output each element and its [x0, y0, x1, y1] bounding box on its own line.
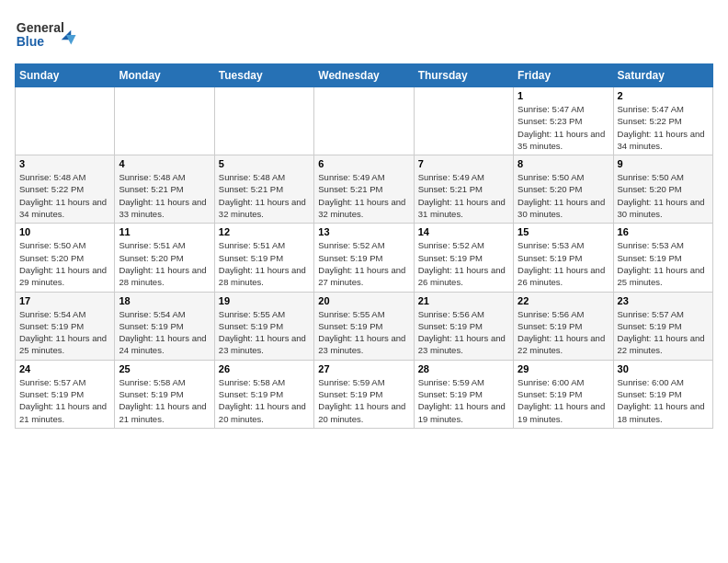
day-number: 23 [618, 295, 709, 306]
day-number: 10 [19, 226, 110, 237]
calendar-cell [16, 87, 115, 155]
calendar-cell: 10Sunrise: 5:50 AM Sunset: 5:20 PM Dayli… [16, 224, 115, 292]
calendar-header-row: SundayMondayTuesdayWednesdayThursdayFrid… [16, 64, 713, 87]
day-info: Sunrise: 5:53 AM Sunset: 5:19 PM Dayligh… [618, 239, 709, 288]
calendar-cell: 3Sunrise: 5:48 AM Sunset: 5:22 PM Daylig… [16, 155, 115, 224]
calendar-cell: 19Sunrise: 5:55 AM Sunset: 5:19 PM Dayli… [214, 292, 313, 360]
day-number: 30 [618, 363, 709, 374]
calendar-cell: 22Sunrise: 5:56 AM Sunset: 5:19 PM Dayli… [514, 292, 613, 360]
day-info: Sunrise: 5:59 AM Sunset: 5:19 PM Dayligh… [318, 376, 409, 425]
day-number: 20 [318, 295, 409, 306]
calendar-cell: 12Sunrise: 5:51 AM Sunset: 5:19 PM Dayli… [214, 224, 313, 292]
day-info: Sunrise: 5:51 AM Sunset: 5:19 PM Dayligh… [219, 239, 310, 288]
day-number: 12 [219, 226, 310, 237]
day-number: 2 [618, 90, 709, 101]
calendar-week-row: 17Sunrise: 5:54 AM Sunset: 5:19 PM Dayli… [16, 292, 713, 360]
day-info: Sunrise: 5:50 AM Sunset: 5:20 PM Dayligh… [618, 171, 709, 220]
day-info: Sunrise: 5:53 AM Sunset: 5:19 PM Dayligh… [518, 239, 609, 288]
day-info: Sunrise: 5:50 AM Sunset: 5:20 PM Dayligh… [19, 239, 110, 288]
calendar-cell: 27Sunrise: 5:59 AM Sunset: 5:19 PM Dayli… [314, 360, 414, 428]
day-number: 16 [618, 226, 709, 237]
calendar-cell [115, 87, 214, 155]
day-number: 27 [318, 363, 409, 374]
day-info: Sunrise: 5:56 AM Sunset: 5:19 PM Dayligh… [418, 308, 509, 357]
calendar-cell: 15Sunrise: 5:53 AM Sunset: 5:19 PM Dayli… [514, 224, 613, 292]
calendar-week-row: 1Sunrise: 5:47 AM Sunset: 5:23 PM Daylig… [16, 87, 713, 155]
logo: GeneralBlue [15, 15, 83, 56]
calendar-cell: 21Sunrise: 5:56 AM Sunset: 5:19 PM Dayli… [414, 292, 513, 360]
day-of-week-header: Saturday [613, 64, 712, 87]
day-info: Sunrise: 5:54 AM Sunset: 5:19 PM Dayligh… [119, 308, 210, 357]
day-number: 26 [219, 363, 310, 374]
day-info: Sunrise: 5:48 AM Sunset: 5:22 PM Dayligh… [19, 171, 110, 220]
day-number: 21 [418, 295, 509, 306]
day-info: Sunrise: 5:50 AM Sunset: 5:20 PM Dayligh… [518, 171, 609, 220]
day-number: 4 [119, 158, 210, 169]
day-number: 25 [119, 363, 210, 374]
day-info: Sunrise: 5:59 AM Sunset: 5:19 PM Dayligh… [418, 376, 509, 425]
day-number: 28 [418, 363, 509, 374]
day-info: Sunrise: 5:56 AM Sunset: 5:19 PM Dayligh… [518, 308, 609, 357]
calendar-cell: 2Sunrise: 5:47 AM Sunset: 5:22 PM Daylig… [613, 87, 712, 155]
day-of-week-header: Wednesday [314, 64, 414, 87]
day-info: Sunrise: 5:54 AM Sunset: 5:19 PM Dayligh… [19, 308, 110, 357]
svg-text:General: General [17, 20, 64, 35]
day-info: Sunrise: 5:47 AM Sunset: 5:22 PM Dayligh… [618, 103, 709, 152]
day-number: 3 [19, 158, 110, 169]
calendar-week-row: 10Sunrise: 5:50 AM Sunset: 5:20 PM Dayli… [16, 224, 713, 292]
calendar-cell: 8Sunrise: 5:50 AM Sunset: 5:20 PM Daylig… [514, 155, 613, 224]
logo-icon: GeneralBlue [15, 15, 79, 56]
day-info: Sunrise: 5:49 AM Sunset: 5:21 PM Dayligh… [318, 171, 409, 220]
calendar-cell: 26Sunrise: 5:58 AM Sunset: 5:19 PM Dayli… [214, 360, 313, 428]
day-number: 1 [518, 90, 609, 101]
day-info: Sunrise: 5:51 AM Sunset: 5:20 PM Dayligh… [119, 239, 210, 288]
day-of-week-header: Sunday [16, 64, 115, 87]
calendar-cell: 30Sunrise: 6:00 AM Sunset: 5:19 PM Dayli… [613, 360, 712, 428]
calendar-week-row: 24Sunrise: 5:57 AM Sunset: 5:19 PM Dayli… [16, 360, 713, 428]
day-number: 7 [418, 158, 509, 169]
day-number: 24 [19, 363, 110, 374]
calendar-cell: 18Sunrise: 5:54 AM Sunset: 5:19 PM Dayli… [115, 292, 214, 360]
calendar-cell: 5Sunrise: 5:48 AM Sunset: 5:21 PM Daylig… [214, 155, 313, 224]
page-header: GeneralBlue [15, 15, 713, 56]
calendar-cell: 6Sunrise: 5:49 AM Sunset: 5:21 PM Daylig… [314, 155, 414, 224]
day-number: 11 [119, 226, 210, 237]
svg-text:Blue: Blue [17, 34, 45, 49]
day-number: 17 [19, 295, 110, 306]
day-number: 13 [318, 226, 409, 237]
day-info: Sunrise: 5:52 AM Sunset: 5:19 PM Dayligh… [418, 239, 509, 288]
day-number: 14 [418, 226, 509, 237]
day-info: Sunrise: 5:47 AM Sunset: 5:23 PM Dayligh… [518, 103, 609, 152]
calendar-cell: 28Sunrise: 5:59 AM Sunset: 5:19 PM Dayli… [414, 360, 513, 428]
calendar-cell: 20Sunrise: 5:55 AM Sunset: 5:19 PM Dayli… [314, 292, 414, 360]
day-info: Sunrise: 5:49 AM Sunset: 5:21 PM Dayligh… [418, 171, 509, 220]
day-info: Sunrise: 5:48 AM Sunset: 5:21 PM Dayligh… [119, 171, 210, 220]
calendar-cell [214, 87, 313, 155]
day-of-week-header: Thursday [414, 64, 513, 87]
day-info: Sunrise: 5:52 AM Sunset: 5:19 PM Dayligh… [318, 239, 409, 288]
calendar-cell [414, 87, 513, 155]
calendar-cell: 29Sunrise: 6:00 AM Sunset: 5:19 PM Dayli… [514, 360, 613, 428]
day-of-week-header: Friday [514, 64, 613, 87]
day-number: 9 [618, 158, 709, 169]
calendar-cell: 16Sunrise: 5:53 AM Sunset: 5:19 PM Dayli… [613, 224, 712, 292]
day-number: 18 [119, 295, 210, 306]
calendar-cell: 11Sunrise: 5:51 AM Sunset: 5:20 PM Dayli… [115, 224, 214, 292]
day-of-week-header: Monday [115, 64, 214, 87]
day-number: 29 [518, 363, 609, 374]
calendar-cell: 7Sunrise: 5:49 AM Sunset: 5:21 PM Daylig… [414, 155, 513, 224]
calendar-table: SundayMondayTuesdayWednesdayThursdayFrid… [15, 63, 713, 429]
day-number: 5 [219, 158, 310, 169]
calendar-cell: 13Sunrise: 5:52 AM Sunset: 5:19 PM Dayli… [314, 224, 414, 292]
day-info: Sunrise: 6:00 AM Sunset: 5:19 PM Dayligh… [618, 376, 709, 425]
day-number: 22 [518, 295, 609, 306]
calendar-cell: 4Sunrise: 5:48 AM Sunset: 5:21 PM Daylig… [115, 155, 214, 224]
calendar-cell: 14Sunrise: 5:52 AM Sunset: 5:19 PM Dayli… [414, 224, 513, 292]
calendar-cell: 23Sunrise: 5:57 AM Sunset: 5:19 PM Dayli… [613, 292, 712, 360]
day-info: Sunrise: 5:48 AM Sunset: 5:21 PM Dayligh… [219, 171, 310, 220]
day-info: Sunrise: 5:57 AM Sunset: 5:19 PM Dayligh… [618, 308, 709, 357]
day-info: Sunrise: 6:00 AM Sunset: 5:19 PM Dayligh… [518, 376, 609, 425]
calendar-cell: 1Sunrise: 5:47 AM Sunset: 5:23 PM Daylig… [514, 87, 613, 155]
day-info: Sunrise: 5:57 AM Sunset: 5:19 PM Dayligh… [19, 376, 110, 425]
calendar-cell: 25Sunrise: 5:58 AM Sunset: 5:19 PM Dayli… [115, 360, 214, 428]
